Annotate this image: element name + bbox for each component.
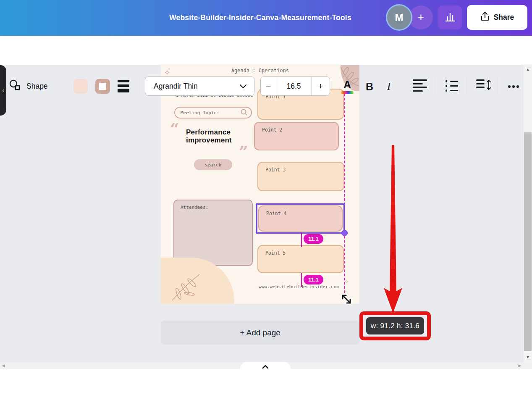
border-color-swatch[interactable] [95, 79, 110, 94]
annotation-arrow [380, 145, 406, 313]
font-name: Agrandir Thin [154, 82, 198, 91]
meeting-topic-label: Meeting Topic: [181, 110, 220, 116]
toolbar-divider [497, 77, 498, 95]
avatar[interactable]: M [387, 5, 411, 29]
fill-color-swatch[interactable] [73, 79, 88, 94]
chevron-down-icon [240, 82, 246, 91]
resize-handle[interactable] [341, 230, 348, 236]
measurement-line-2 [301, 273, 302, 287]
leaf-decoration-bottom-left [170, 272, 202, 302]
font-size-decrease-button[interactable]: − [261, 77, 276, 95]
shape-icon [8, 79, 21, 94]
close-quote-decoration: ” [239, 147, 248, 156]
add-member-button[interactable]: + [409, 5, 433, 29]
insights-button[interactable] [438, 5, 462, 29]
resize-cursor-icon [339, 292, 354, 306]
gap-measurement-badge-1: 11.1 [304, 234, 323, 244]
line-spacing-button[interactable] [476, 79, 490, 93]
gap-measurement-badge-2: 11.1 [304, 275, 323, 284]
rainbow-color-bar [341, 91, 354, 94]
snap-guide-line [344, 94, 345, 297]
sparkle-decoration-bottom-right: ✧✧ [344, 276, 349, 294]
vertical-scrollbar-thumb[interactable] [524, 132, 532, 351]
more-options-button[interactable] [505, 77, 522, 96]
font-size-value[interactable]: 16.5 [276, 77, 312, 95]
search-pill[interactable]: search [194, 159, 232, 170]
border-weight-icon[interactable] [118, 80, 129, 92]
spacing-arrow-icon [486, 79, 491, 91]
font-size-increase-button[interactable]: + [312, 77, 330, 95]
scroll-down-icon[interactable]: ▼ [524, 353, 532, 361]
meeting-topic-field[interactable]: Meeting Topic: [174, 107, 252, 118]
measurement-line-1 [301, 232, 302, 247]
toolbar-divider [466, 77, 467, 95]
point-box-2[interactable]: Point 2 [254, 122, 339, 150]
bottom-bar: Notes Page 1 of 1 40% 1 ? [0, 369, 532, 395]
point-box-3[interactable]: Point 3 [257, 162, 344, 191]
text-color-button[interactable]: A [338, 77, 356, 96]
point-box-4[interactable]: Point 4 [258, 205, 343, 232]
attendees-box[interactable]: Attendees: [173, 200, 253, 266]
bold-button[interactable]: B [362, 77, 377, 96]
scroll-left-icon[interactable]: ◀ [0, 362, 7, 369]
page-heading[interactable]: Agenda : Operations [161, 68, 359, 74]
format-toolbar: Shape Agrandir Thin − 16.5 + A B I [0, 36, 532, 65]
magnifier-icon [240, 108, 248, 117]
shape-label: Shape [26, 82, 48, 91]
scroll-up-icon[interactable]: ▲ [524, 65, 532, 74]
chevron-left-icon: ‹ [2, 87, 4, 94]
text-align-button[interactable] [413, 79, 427, 92]
size-measurement-tooltip: w: 91.2 h: 31.6 [366, 317, 424, 334]
scroll-right-icon[interactable]: ▶ [516, 362, 523, 369]
vertical-scrollbar[interactable]: ▲ ▼ [524, 65, 532, 362]
editor-canvas: ‹ ✧✧ Agenda : Operations 1 March 2032 at… [0, 65, 532, 369]
shape-button[interactable]: Shape [5, 76, 51, 96]
bar-chart-icon [444, 11, 456, 24]
selected-element-outline[interactable]: Point 4 [256, 203, 345, 234]
toolbar-divider [66, 77, 66, 95]
point-box-5[interactable]: Point 5 [257, 245, 344, 273]
add-page-button[interactable]: + Add page [161, 321, 359, 345]
text-color-letter: A [343, 79, 351, 90]
font-size-stepper: − 16.5 + [260, 76, 330, 96]
share-upload-icon [480, 11, 490, 24]
quote-text[interactable]: Performance improvement [186, 128, 232, 144]
footer-collapse-tab[interactable] [240, 362, 291, 369]
font-select[interactable]: Agrandir Thin [145, 76, 254, 96]
share-label: Share [494, 13, 514, 22]
toolbar-divider [435, 77, 435, 95]
top-header: Website-Builder-Insider-Canva-Measuremen… [0, 0, 532, 36]
open-quote-decoration: “ [170, 125, 179, 133]
chevron-up-icon [262, 364, 269, 369]
design-page[interactable]: ✧✧ Agenda : Operations 1 March 2032 at S… [161, 65, 359, 304]
toolbar-divider [139, 77, 139, 95]
toolbar-divider [404, 77, 404, 95]
share-button[interactable]: Share [467, 5, 527, 30]
bullet-list-button[interactable] [446, 80, 458, 94]
italic-button[interactable]: I [381, 77, 396, 96]
